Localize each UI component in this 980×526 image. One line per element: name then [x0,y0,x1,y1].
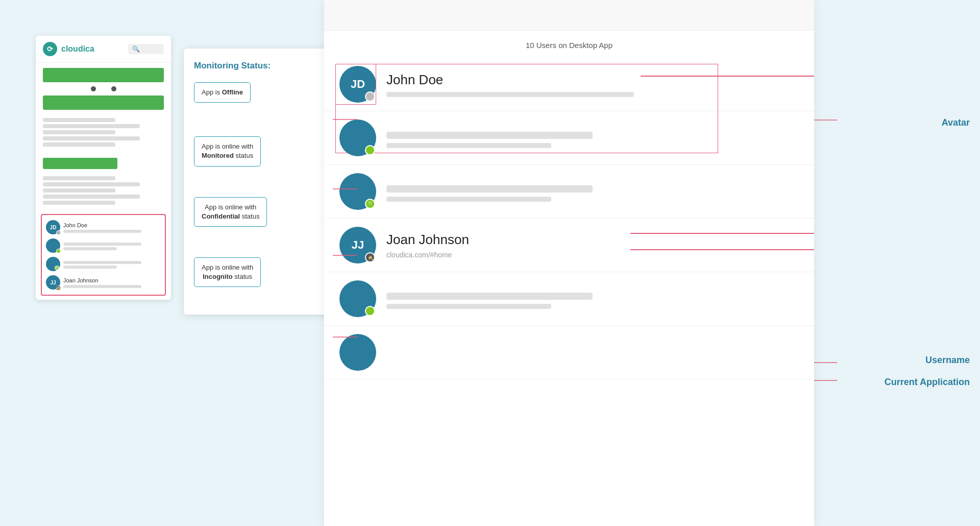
username-annotation-label: Username [925,355,970,366]
sidebar-line [43,124,140,128]
sidebar-user-info: John Doe [63,222,161,233]
sidebar-user-line [63,266,117,269]
sidebar-user-name: Joan Johnson [63,277,161,283]
confidential-icon: ♡ [368,201,372,206]
dot-2 [111,86,116,91]
user-list-item [324,326,814,379]
sidebar: ⟳ cloudica JD John Doe [36,36,171,300]
incognito-icon: 🕵 [368,255,373,260]
current-application: cloudica.com/#home [386,251,799,259]
user-list-item [324,272,814,326]
sidebar-user-item [46,236,161,255]
sidebar-dots [43,85,164,92]
sidebar-user-info [63,259,161,269]
status-btn-incognito[interactable]: App is online withIncognito status [194,257,261,287]
sidebar-user-info [63,241,161,250]
user-info [386,289,799,309]
sidebar-user-line [63,285,141,288]
sidebar-line [43,195,140,199]
sidebar-user-line [63,261,141,264]
sidebar-avatar: JD [46,220,60,234]
sidebar-avatar [46,238,60,253]
users-header: 10 Users on Desktop App [324,31,814,58]
sidebar-bar-1 [43,68,164,82]
sidebar-status-offline [56,230,61,235]
sidebar-status-monitored [56,249,61,253]
sidebar-header: ⟳ cloudica [36,36,171,63]
sidebar-line [43,176,115,180]
sidebar-status-incognito: 🕵 [56,285,61,290]
user-placeholder-line [386,185,593,193]
dot-1 [91,86,96,91]
sidebar-user-name: John Doe [63,222,161,228]
status-btn-offline[interactable]: App is Offline [194,82,251,103]
logo-text: cloudica [61,44,94,54]
sidebar-line [43,188,115,193]
user-placeholder-line [386,304,551,309]
current-application-annotation-label: Current Application [885,377,970,388]
sidebar-bar-2 [43,95,164,110]
username-annotation [630,233,814,234]
user-info: Joan Johnson cloudica.com/#home [386,232,799,259]
sidebar-user-line [63,243,141,246]
user-list-item: ♡ [324,165,814,219]
sidebar-section-1 [36,112,171,153]
user-placeholder-line [386,293,593,300]
username: Joan Johnson [386,232,799,248]
user-info [386,128,799,148]
avatar [339,280,376,317]
status-dot-confidential: ♡ [365,199,375,209]
user-placeholder-line [386,197,551,202]
sidebar-status-confidential: ♡ [55,266,59,270]
status-dot-monitored [365,306,375,316]
user-placeholder-line [386,143,551,148]
sidebar-line [43,130,115,134]
status-dot-monitored [365,145,375,155]
sidebar-line [43,182,140,186]
status-btn-monitored[interactable]: App is online withMonitored status [194,136,261,166]
sidebar-user-item: ♡ [46,255,161,273]
status-btn-confidential[interactable]: App is online withConfidential status [194,197,267,227]
sidebar-section-2 [36,171,171,210]
avatar-annotation-label: Avatar [942,117,970,128]
sidebar-user-line [63,247,117,250]
user-list-item: JD John Doe [324,58,814,111]
sidebar-users-section: JD John Doe ♡ [41,214,166,296]
sidebar-user-item: JD John Doe [46,218,161,236]
avatar: JJ 🕵 [339,227,376,264]
search-input[interactable] [128,44,164,54]
avatar [339,334,376,371]
sidebar-avatar: JJ 🕵 [46,275,60,290]
sidebar-line [43,136,140,140]
logo-icon: ⟳ [43,42,57,56]
monitoring-title: Monitoring Status: [194,61,322,71]
avatar: ♡ [339,173,376,210]
annotation-line-app [630,249,814,250]
main-panel-top [324,0,814,31]
sidebar-user-line [63,230,141,233]
sidebar-line [43,118,115,122]
monitoring-panel: Monitoring Status: App is Offline App is… [184,49,332,315]
main-panel: 10 Users on Desktop App JD John Doe [324,0,814,526]
annotation-line-username [630,233,814,234]
sidebar-bar-3 [43,158,117,169]
current-app-annotation [630,249,814,250]
status-dot-incognito: 🕵 [365,252,375,262]
sidebar-user-info: Joan Johnson [63,277,161,288]
sidebar-line [43,142,115,147]
sidebar-line [43,201,115,205]
sidebar-avatar: ♡ [46,257,60,271]
user-placeholder-line [386,132,593,139]
sidebar-user-item: JJ 🕵 Joan Johnson [46,273,161,292]
user-list-item [324,111,814,165]
user-info [386,181,799,202]
avatar [339,119,376,156]
user-list-item: JJ 🕵 Joan Johnson cloudica.com/#home [324,219,814,272]
